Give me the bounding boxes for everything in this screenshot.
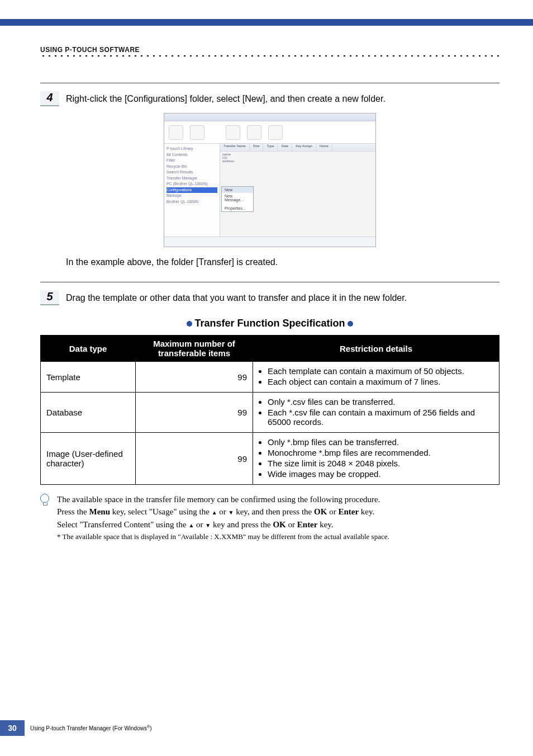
triangle-up-icon (212, 507, 217, 516)
spec-table: Data type Maximum number of transferable… (40, 335, 499, 485)
table-row: Image (User-defined character)99Only *.b… (41, 433, 499, 485)
dotted-rule (40, 55, 499, 57)
triangle-down-icon (229, 507, 234, 516)
search-icon (247, 125, 261, 140)
col-max-items: Maximum number of transferable items (136, 336, 253, 362)
chapter-heading: USING P-TOUCH SOFTWARE (40, 46, 499, 54)
transfer-manager-screenshot: P-touch Library All Contents Filter Recy… (164, 113, 376, 247)
step-5-text: Drag the template or other data that you… (66, 290, 499, 305)
table-row: Database99Only *.csv files can be transf… (41, 393, 499, 433)
footer-label: Using P-touch Transfer Manager (For Wind… (30, 725, 151, 731)
step-4-number: 4 (40, 91, 59, 106)
triangle-down-icon (205, 520, 211, 529)
context-menu: New New Message... Properties... (221, 186, 254, 212)
section-title: Transfer Function Specification (40, 318, 499, 329)
step-4-text: Right-click the [Configurations] folder,… (66, 91, 499, 106)
column-headers: Transfer Name Size Type Date Key Assign … (220, 144, 375, 152)
triangle-up-icon (188, 520, 194, 529)
open-icon (226, 125, 240, 140)
bullet-right-icon (348, 321, 353, 327)
step-5-number: 5 (40, 290, 59, 305)
tip-note: The available space in the transfer file… (57, 494, 499, 541)
example-text: In the example above, the folder [Transf… (66, 257, 499, 267)
rule-above-step4 (40, 83, 499, 83)
page-number: 30 (0, 720, 25, 736)
folder-tree: P-touch Library All Contents Filter Recy… (164, 144, 220, 237)
bullet-left-icon (187, 321, 192, 327)
table-row: Template99Each template can contain a ma… (41, 362, 499, 393)
displaystyle-icon (268, 125, 283, 140)
col-data-type: Data type (41, 336, 136, 362)
tip-bulb-icon (40, 494, 50, 508)
col-restriction: Restriction details (253, 336, 499, 362)
transfer-icon (169, 125, 183, 140)
backup-icon (190, 125, 204, 140)
rule-above-step5 (40, 282, 499, 282)
